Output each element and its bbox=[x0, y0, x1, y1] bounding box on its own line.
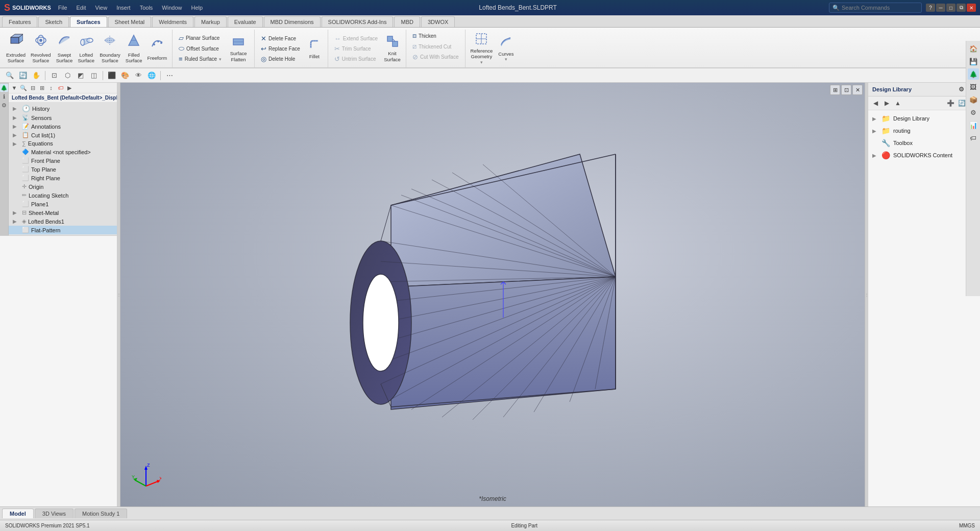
curves-btn[interactable]: Curves ▾ bbox=[496, 34, 516, 63]
delete-face-btn[interactable]: ✕ Delete Face bbox=[258, 34, 303, 43]
dl-item-design-library[interactable]: ▶ 📁 Design Library bbox=[870, 112, 978, 125]
rs-tag-icon[interactable]: 🏷 bbox=[968, 132, 979, 143]
tab-sketch[interactable]: Sketch bbox=[38, 16, 69, 27]
config-icon-btn[interactable]: ⚙ bbox=[0, 101, 8, 109]
design-library-settings-btn[interactable]: ⚙ bbox=[957, 85, 966, 94]
tab-sw-addins[interactable]: SOLIDWORKS Add-Ins bbox=[322, 16, 394, 27]
tab-motion-study[interactable]: Motion Study 1 bbox=[75, 509, 127, 518]
rs-image-icon[interactable]: 🖼 bbox=[968, 81, 979, 92]
view-zoom-fit-btn[interactable]: ⬡ bbox=[62, 70, 73, 81]
extend-surface-btn[interactable]: ↔ Extend Surface bbox=[331, 34, 381, 43]
revolved-surface-btn[interactable]: RevolvedSurface bbox=[29, 32, 53, 64]
reference-geometry-btn[interactable]: ReferenceGeometry ▾ bbox=[469, 31, 495, 66]
viewport-maximize-btn[interactable]: ⊞ bbox=[830, 85, 840, 95]
viewport-fit-btn[interactable]: ⊡ bbox=[841, 85, 851, 95]
menu-view[interactable]: View bbox=[91, 4, 112, 12]
thickened-cut-btn[interactable]: ⧄ Thickened Cut bbox=[409, 41, 462, 52]
tree-item-history[interactable]: ▶ 🕐 History bbox=[9, 104, 117, 113]
tree-item-origin[interactable]: ✛ Origin bbox=[9, 182, 117, 191]
menu-file[interactable]: File bbox=[54, 4, 71, 12]
tree-item-lofted-bends1[interactable]: ▶ ◈ Lofted Bends1 bbox=[9, 217, 117, 226]
tab-3dwox[interactable]: 3DWOX bbox=[421, 16, 455, 27]
view-more-btn[interactable]: ⋯ bbox=[164, 70, 175, 81]
property-icon-btn[interactable]: ℹ bbox=[0, 92, 8, 101]
tab-weldments[interactable]: Weldments bbox=[152, 16, 193, 27]
tree-item-plane1[interactable]: ⬜ Plane1 bbox=[9, 200, 117, 208]
offset-surface-btn[interactable]: ⬭ Offset Surface bbox=[176, 43, 225, 54]
restore-btn[interactable]: ⧉ bbox=[957, 4, 966, 12]
knit-surface-btn[interactable]: KnitSurface bbox=[382, 34, 403, 63]
dl-item-toolbox[interactable]: 🔧 Toolbox bbox=[870, 137, 978, 149]
tree-item-material[interactable]: 🔷 Material <not specified> bbox=[9, 148, 117, 156]
tree-item-front-plane[interactable]: ⬜ Front Plane bbox=[9, 156, 117, 165]
tab-model[interactable]: Model bbox=[2, 509, 34, 518]
more-btn[interactable]: ▶ bbox=[65, 84, 74, 92]
fillet-btn[interactable]: Fillet bbox=[304, 34, 325, 63]
rs-save-icon[interactable]: 💾 bbox=[968, 56, 979, 67]
close-btn[interactable]: ✕ bbox=[967, 4, 976, 12]
menu-tools[interactable]: Tools bbox=[136, 4, 157, 12]
menu-window[interactable]: Window bbox=[158, 4, 186, 12]
dl-item-routing[interactable]: ▶ 📁 routing bbox=[870, 125, 978, 137]
extruded-surface-btn[interactable]: ExtrudedSurface bbox=[4, 32, 28, 64]
maximize-btn[interactable]: □ bbox=[946, 4, 955, 12]
minimize-btn[interactable]: ─ bbox=[936, 4, 945, 12]
view-hide-btn[interactable]: 👁 bbox=[133, 70, 144, 81]
planar-surface-btn[interactable]: ▱ Planar Surface bbox=[176, 33, 225, 43]
view-zoom-area-btn[interactable]: ⊡ bbox=[48, 70, 60, 81]
help-btn[interactable]: ? bbox=[926, 4, 935, 12]
tab-mbd[interactable]: MBD bbox=[394, 16, 420, 27]
tab-evaluate[interactable]: Evaluate bbox=[228, 16, 263, 27]
rs-tree-icon[interactable]: 🌲 bbox=[968, 68, 979, 80]
thicken-btn[interactable]: ⧈ Thicken bbox=[409, 31, 462, 41]
expand-all-btn[interactable]: ⊞ bbox=[38, 84, 46, 92]
view-section-btn[interactable]: ⬛ bbox=[106, 70, 117, 81]
delete-hole-btn[interactable]: ◎ Delete Hole bbox=[258, 54, 303, 64]
view-rotate-btn[interactable]: 🔄 bbox=[17, 70, 29, 81]
ruled-surface-btn[interactable]: ≡ Ruled Surface ▾ bbox=[176, 54, 225, 64]
view-zoom-btn[interactable]: 🔍 bbox=[4, 70, 15, 81]
tab-sheet-metal[interactable]: Sheet Metal bbox=[108, 16, 152, 27]
filter-icon-btn[interactable]: ▼ bbox=[10, 84, 18, 92]
viewport-close-btn[interactable]: ✕ bbox=[852, 85, 863, 95]
surface-flatten-btn[interactable]: SurfaceFlatten bbox=[226, 34, 251, 63]
menu-help[interactable]: Help bbox=[187, 4, 207, 12]
replace-face-btn[interactable]: ↩ Replace Face bbox=[258, 44, 303, 54]
filled-surface-btn[interactable]: FilledSurface bbox=[124, 32, 144, 64]
menu-insert[interactable]: Insert bbox=[112, 4, 135, 12]
collapse-all-btn[interactable]: ⊟ bbox=[29, 84, 37, 92]
tab-surfaces[interactable]: Surfaces bbox=[70, 16, 107, 27]
view-scene-btn[interactable]: 🌐 bbox=[146, 70, 157, 81]
tab-features[interactable]: Features bbox=[2, 16, 37, 27]
tree-item-top-plane[interactable]: ⬜ Top Plane bbox=[9, 165, 117, 174]
menu-edit[interactable]: Edit bbox=[72, 4, 90, 12]
tab-mbd-dimensions[interactable]: MBD Dimensions bbox=[264, 16, 321, 27]
tree-item-locating-sketch[interactable]: ✏ Locating Sketch bbox=[9, 191, 117, 200]
tree-icon-btn[interactable]: 🌲 bbox=[0, 84, 8, 92]
dl-up-btn[interactable]: ▲ bbox=[893, 98, 903, 108]
untrim-surface-btn[interactable]: ↺ Untrim Surface bbox=[331, 54, 381, 64]
rs-home-icon[interactable]: 🏠 bbox=[968, 43, 979, 54]
scroll-selected-btn[interactable]: ↕ bbox=[47, 84, 55, 92]
rs-settings-icon[interactable]: ⚙ bbox=[968, 107, 979, 118]
rs-chart-icon[interactable]: 📊 bbox=[968, 119, 979, 131]
rs-3d-icon[interactable]: 📦 bbox=[968, 94, 979, 105]
tree-item-annotations[interactable]: ▶ 📝 Annotations bbox=[9, 122, 117, 131]
trim-surface-btn[interactable]: ✂ Trim Surface bbox=[331, 44, 381, 54]
viewport[interactable]: ⊞ ⊡ ✕ Z X Y *Isometric bbox=[120, 83, 865, 506]
tree-filter-btn[interactable]: 🔍 bbox=[19, 84, 28, 92]
boundary-surface-btn[interactable]: BoundarySurface bbox=[97, 32, 122, 64]
view-pan-btn[interactable]: ✋ bbox=[31, 70, 42, 81]
tab-markup[interactable]: Markup bbox=[194, 16, 227, 27]
tag-btn[interactable]: 🏷 bbox=[56, 84, 64, 92]
dl-back-btn[interactable]: ◀ bbox=[870, 98, 880, 108]
lofted-surface-btn[interactable]: LoftedSurface bbox=[76, 32, 96, 64]
freeform-btn[interactable]: Freeform bbox=[145, 34, 169, 63]
tree-item-cut-list[interactable]: ▶ 📋 Cut list(1) bbox=[9, 131, 117, 139]
tree-item-sheet-metal[interactable]: ▶ ⊟ Sheet-Metal bbox=[9, 208, 117, 217]
tab-3d-views[interactable]: 3D Views bbox=[35, 509, 74, 518]
dl-item-sw-content[interactable]: ▶ 🔴 SOLIDWORKS Content bbox=[870, 149, 978, 161]
dl-forward-btn[interactable]: ▶ bbox=[881, 98, 892, 108]
tree-item-flat-pattern[interactable]: ⬜ Flat-Pattern bbox=[9, 226, 117, 234]
tree-item-sensors[interactable]: ▶ 📡 Sensors bbox=[9, 113, 117, 122]
